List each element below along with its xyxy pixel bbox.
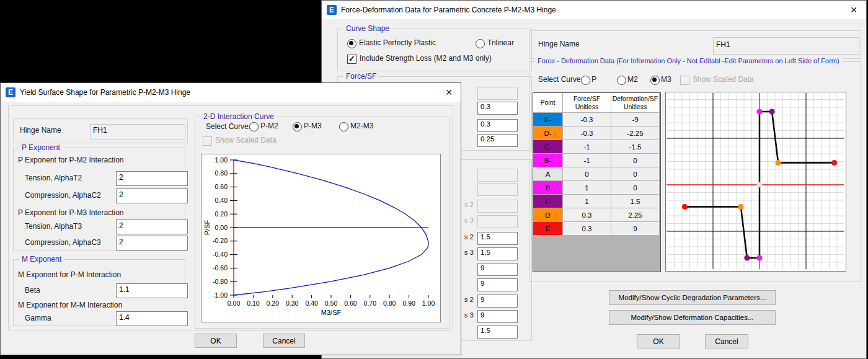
bd-deform-value-field[interactable]: 1.5 (477, 247, 518, 260)
force-deformation-data-group-label: Force - Deformation Data (For Informatio… (535, 57, 842, 64)
force-sf-group-label: Force/SF (343, 72, 379, 81)
point-cell: C (533, 195, 563, 208)
beta-label: Beta (25, 286, 40, 295)
bd-deform-value-field[interactable]: 9 (477, 295, 518, 308)
select-curve-label: Select Curve: (538, 75, 583, 84)
interaction-curve-radio-label-p-m2: P-M2 (260, 122, 278, 130)
app-icon: E (327, 5, 337, 15)
curve-shape-group-label: Curve Shape (343, 24, 392, 33)
bd-forcesf-value-field[interactable]: 0.3 (477, 119, 518, 132)
svg-text:M3/SF: M3/SF (321, 309, 342, 316)
table-row: B--10 (533, 154, 660, 167)
bd-deform-value-field[interactable]: 9 (477, 278, 518, 291)
alphaC2-field[interactable]: 2 (116, 188, 188, 203)
svg-text:0.30: 0.30 (286, 299, 299, 307)
bd-forcesf-value-field[interactable]: 0.25 (477, 134, 518, 147)
svg-text:0.40: 0.40 (305, 299, 318, 307)
svg-text:0.00: 0.00 (228, 299, 241, 307)
hinge-name-field: FH1 (713, 37, 859, 55)
point-cell: A (533, 167, 563, 181)
force-cell: 0.3 (563, 208, 611, 222)
beta-field[interactable]: 1.1 (116, 283, 188, 298)
svg-text:1.00: 1.00 (422, 299, 435, 307)
point-cell: D (533, 208, 563, 222)
bd-deform-value-field[interactable]: 9 (477, 310, 518, 323)
point-cell: B- (533, 154, 563, 167)
ok-button[interactable]: OK (637, 334, 680, 348)
deformation-cell: -1.5 (611, 140, 660, 154)
svg-text:0.80: 0.80 (383, 299, 396, 307)
yield-surface-dialog: E Yield Surface Shape for Parametric P-M… (0, 82, 461, 355)
fd-curve-radio-m3[interactable] (650, 76, 660, 85)
interaction-chart: 1.000.800.600.400.200.00-0.20-0.40-0.60-… (201, 154, 441, 322)
curve-shape-radio-elastic perfectly plastic[interactable] (347, 39, 356, 48)
alphaC3-label: Compression, AlphaC3 (25, 238, 101, 247)
m-exponent-group: M Exponent M Exponent for P-M Interactio… (13, 259, 185, 326)
modify-cyclic-degradation-button[interactable]: Modify/Show Cyclic Degradation Parameter… (609, 290, 776, 305)
bd-deform-value-field (477, 215, 518, 228)
close-icon[interactable]: ✕ (443, 86, 455, 99)
table-header-row: PointForce/SF UnitlessDeformation/SF Uni… (533, 93, 660, 113)
svg-text:-0.20: -0.20 (213, 237, 228, 244)
deformation-cell: 2.25 (611, 208, 660, 222)
hinge-name-field: FH1 (90, 124, 185, 140)
alphaT2-label: Tension, AlphaT2 (25, 174, 82, 182)
table-row: D--0.3-2.25 (533, 126, 660, 140)
gamma-field[interactable]: 1.4 (116, 311, 188, 326)
force-cell: 1 (563, 181, 611, 195)
bd-deform-value-field (477, 200, 518, 213)
cancel-button[interactable]: Cancel (705, 334, 748, 348)
curve-shape-radio-label-trilinear: Trilinear (487, 38, 514, 47)
ok-button[interactable]: OK (195, 334, 237, 348)
svg-text:0.50: 0.50 (325, 299, 338, 307)
cancel-button[interactable]: Cancel (263, 334, 305, 348)
deformation-cell: -2.25 (611, 126, 660, 140)
alphaT2-field[interactable]: 2 (116, 171, 188, 186)
p-m-heading: M Exponent for P-M Interaction (18, 270, 121, 279)
deformation-cell: 0 (611, 181, 660, 195)
force-cell: 0 (563, 167, 611, 181)
curve-shape-radio-label-elastic perfectly plastic: Elastic Perfectly Plastic (359, 38, 436, 47)
interaction-curve-radio-p-m3[interactable] (293, 122, 302, 131)
show-scaled-data-checkbox (680, 76, 689, 85)
bd-forcesf-value-field (477, 87, 518, 100)
svg-text:0.20: 0.20 (267, 299, 280, 307)
fd-curve-radio-p[interactable] (581, 76, 590, 85)
deformation-cell: 1.5 (611, 195, 660, 208)
deformation-cell: -9 (611, 113, 660, 126)
alphaT3-label: Tension, AlphaT3 (25, 222, 82, 231)
include-strength-loss-checkbox[interactable] (347, 55, 356, 64)
point-cell: D- (533, 126, 563, 140)
point-cell: C- (533, 140, 563, 154)
close-icon[interactable]: ✕ (848, 4, 860, 16)
interaction-curve-radio-p-m2[interactable] (249, 122, 259, 131)
modify-deformation-capacities-button[interactable]: Modify/Show Deformation Capacities... (609, 310, 776, 325)
bd-deform-value-field[interactable]: 9 (477, 263, 518, 276)
p-m2-heading: P Exponent for P-M2 Interaction (18, 156, 124, 164)
bd-deform-value-field[interactable]: 1.5 (477, 326, 518, 339)
hinge-name-label: Hinge Name (538, 40, 580, 48)
svg-text:-0.60: -0.60 (213, 264, 228, 272)
alphaT3-field[interactable]: 2 (116, 219, 188, 234)
interaction-curve-radio-m2-m3[interactable] (339, 122, 348, 131)
m-exponent-group-label: M Exponent (19, 255, 64, 264)
deformation-cell: 9 (611, 222, 660, 236)
curve-shape-radio-trilinear[interactable] (476, 39, 485, 48)
titlebar[interactable]: E Yield Surface Shape for Parametric P-M… (1, 83, 461, 102)
table-row: D0.32.25 (533, 208, 660, 222)
titlebar[interactable]: E Force-Deformation Data for Parametric … (322, 1, 866, 19)
bd-deform-value-field[interactable]: 1.5 (477, 232, 518, 245)
force-cell: 0.3 (563, 222, 611, 236)
svg-text:0.70: 0.70 (364, 299, 377, 307)
bd-forcesf-value-field[interactable]: 0.3 (477, 102, 518, 115)
bd-deform-value-field (477, 183, 518, 196)
table-row: C--1-1.5 (533, 140, 660, 154)
table-row: E0.39 (533, 222, 660, 236)
fd-curve-radio-m2[interactable] (617, 76, 626, 85)
svg-text:0.80: 0.80 (215, 169, 228, 177)
table-header-cell: Deformation/SF Unitless (611, 93, 660, 113)
alphaC2-label: Compression, AlphaC2 (25, 191, 101, 200)
alphaC3-field[interactable]: 2 (116, 236, 188, 250)
window-title: Force-Deformation Data for Parametric Co… (341, 6, 556, 14)
interaction-curve-radio-label-m2-m3: M2-M3 (350, 122, 373, 130)
